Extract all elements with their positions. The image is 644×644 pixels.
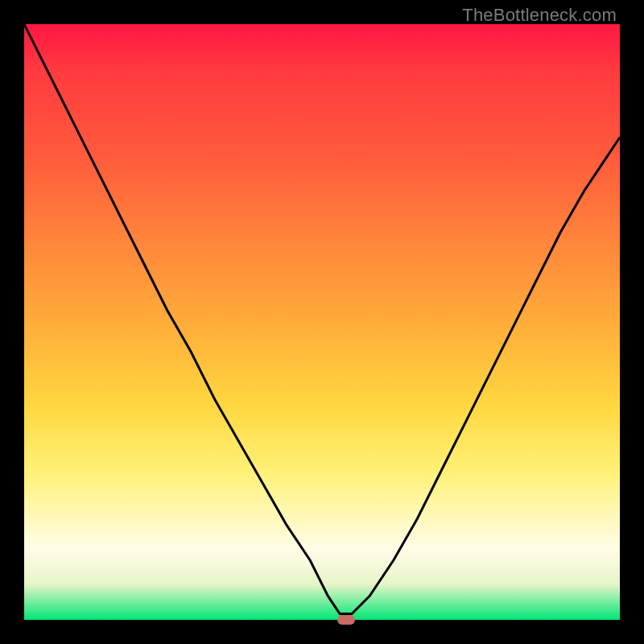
chart-frame: TheBottleneck.com xyxy=(0,0,644,644)
minimum-marker xyxy=(337,615,355,625)
plot-area xyxy=(24,24,620,620)
watermark-text: TheBottleneck.com xyxy=(462,5,617,26)
curve-path xyxy=(24,24,620,614)
bottleneck-curve xyxy=(24,24,620,620)
